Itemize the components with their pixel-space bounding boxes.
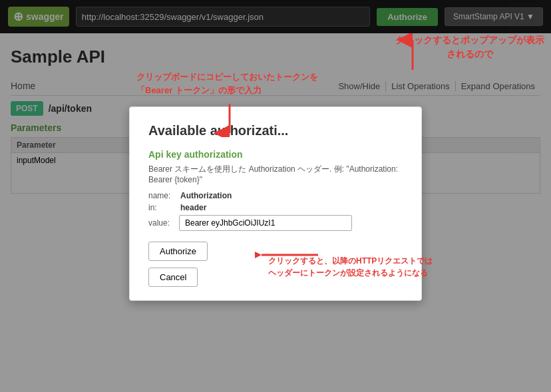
api-key-title: Api key authorization bbox=[148, 149, 403, 160]
annotation-click-line2: ヘッダーにトークンが設定されるようになる bbox=[268, 268, 428, 278]
annotation-top-line2: されるので bbox=[447, 49, 493, 59]
modal: クリップボードにコピーしておいたトークンを 「Bearer トークン」の形で入力… bbox=[129, 106, 422, 301]
token-input[interactable] bbox=[179, 215, 352, 231]
annotation-clipboard-line1: クリップボードにコピーしておいたトークンを bbox=[136, 72, 318, 82]
value-label: value: bbox=[148, 218, 175, 228]
field-name-row: name: Authorization bbox=[148, 191, 403, 200]
annotation-click-line1: クリックすると、以降のHTTPリクエストでは bbox=[268, 256, 433, 266]
cancel-button[interactable]: Cancel bbox=[148, 268, 198, 287]
in-label: in: bbox=[148, 203, 175, 212]
annotation-clipboard-line2: 「Bearer トークン」の形で入力 bbox=[136, 85, 262, 95]
authorize-button-container: Authorize クリックすると、以降のHTTPリクエストでは ヘッダーにトー… bbox=[148, 242, 403, 261]
annotation-click: クリックすると、以降のHTTPリクエストでは ヘッダーにトークンが設定されるよう… bbox=[268, 255, 433, 279]
in-value: header bbox=[180, 203, 206, 212]
arrow-to-input bbox=[210, 104, 250, 137]
name-label: name: bbox=[148, 191, 175, 200]
annotation-clipboard: クリップボードにコピーしておいたトークンを 「Bearer トークン」の形で入力 bbox=[136, 71, 318, 97]
annotation-top-line1: クリックするとポップアップが表示 bbox=[395, 35, 544, 45]
value-input-row: value: bbox=[148, 215, 403, 231]
field-in-row: in: header bbox=[148, 203, 403, 212]
modal-title: Available authorizati... bbox=[148, 123, 403, 138]
modal-authorize-button[interactable]: Authorize bbox=[148, 242, 208, 261]
top-annotation: クリックするとポップアップが表示 されるので bbox=[395, 33, 544, 61]
name-value: Authorization bbox=[180, 191, 232, 200]
api-key-desc: Bearer スキームを使用した Authorization ヘッダー. 例: … bbox=[148, 164, 403, 184]
